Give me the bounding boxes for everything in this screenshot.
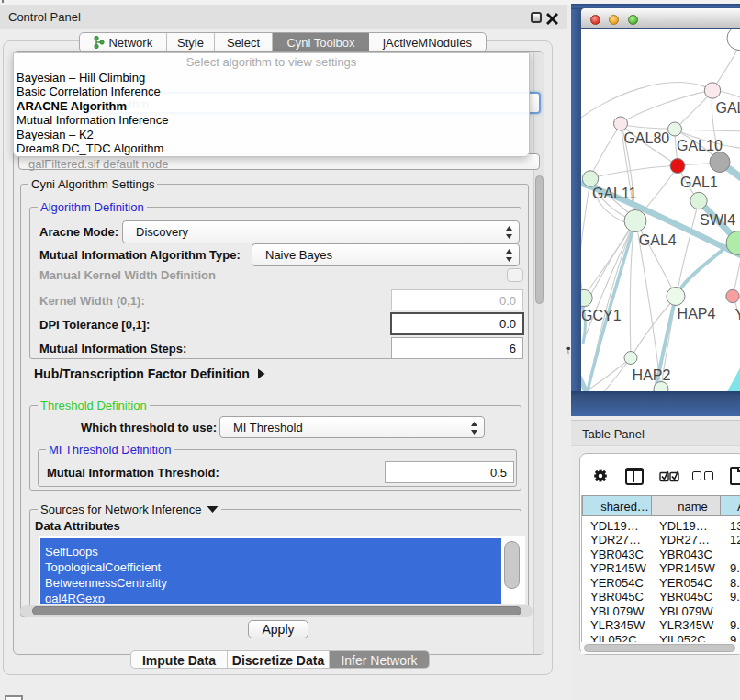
svg-text:Y: Y	[735, 307, 740, 322]
svg-text:GAL: GAL	[716, 100, 740, 116]
svg-text:GAL10: GAL10	[677, 138, 723, 153]
svg-text:GAL1: GAL1	[680, 175, 718, 190]
svg-text:GAL80: GAL80	[623, 130, 669, 146]
svg-text:SWI4: SWI4	[700, 212, 735, 228]
svg-text:GCY1: GCY1	[581, 308, 622, 323]
svg-text:HAP4: HAP4	[678, 306, 716, 322]
svg-text:HAP2: HAP2	[633, 367, 671, 383]
svg-text:GAL4: GAL4	[639, 232, 677, 248]
svg-text:GAL11: GAL11	[592, 186, 637, 201]
